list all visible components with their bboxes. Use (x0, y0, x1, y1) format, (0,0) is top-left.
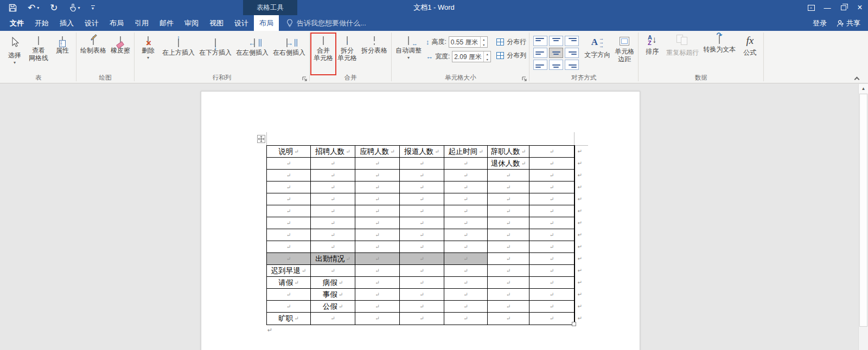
scrollbar-thumb[interactable] (859, 94, 867, 327)
tab-design[interactable]: 设计 (79, 15, 104, 31)
table-cell[interactable]: ↵ (355, 277, 400, 288)
height-input[interactable]: 0.55 厘米 ▴▾ (449, 36, 488, 48)
table-cell[interactable]: ↵ (267, 217, 311, 229)
table-cell[interactable]: ↵ (529, 217, 575, 229)
align-center-right-icon[interactable] (565, 48, 579, 58)
table-cell[interactable]: ↵ (311, 241, 355, 252)
table-cell[interactable]: ↵ (355, 229, 400, 241)
table-cell[interactable]: ↵ (400, 289, 444, 300)
table-cell[interactable]: ↵ (529, 193, 575, 205)
tab-references[interactable]: 引用 (129, 15, 154, 31)
table-cell[interactable]: ↵ (444, 253, 488, 264)
table-cell[interactable]: ↵ (355, 170, 400, 181)
table-cell[interactable]: ↵ (488, 170, 529, 181)
table-cell[interactable]: ↵ (400, 301, 444, 312)
table-cell[interactable]: ↵ (355, 289, 400, 300)
close-button[interactable]: × (852, 0, 868, 15)
table-cell[interactable]: ↵ (529, 289, 575, 300)
sort-button[interactable]: AZ↓ 排序 (640, 32, 664, 73)
table-cell[interactable]: ↵ (400, 182, 444, 193)
table-cell[interactable]: ↵ (400, 277, 444, 288)
table-cell[interactable]: ↵ (444, 241, 488, 252)
scrollbar-up-icon[interactable]: ▲ (859, 84, 868, 93)
table-cell[interactable]: 公假↵ (311, 301, 355, 312)
tab-insert[interactable]: 插入 (54, 15, 79, 31)
insert-right-button[interactable]: → 在右侧插入 (271, 32, 308, 73)
align-top-right-icon[interactable] (565, 36, 579, 46)
insert-below-button[interactable]: ↓ 在下方插入 (197, 32, 234, 73)
table-move-handle[interactable] (257, 135, 265, 143)
table-cell[interactable]: ↵ (529, 301, 575, 312)
table-cell[interactable]: ↵ (400, 217, 444, 229)
table-cell[interactable]: ↵ (488, 217, 529, 229)
table-cell[interactable]: ↵ (267, 301, 311, 312)
table-cell[interactable]: ↵ (529, 241, 575, 252)
table-cell[interactable]: 旷职↵ (267, 313, 311, 325)
align-bottom-center-icon[interactable] (549, 60, 563, 70)
autofit-button[interactable]: ↔ 自动调整 ▾ (393, 32, 424, 73)
table-cell[interactable]: ↵ (444, 193, 488, 205)
convert-to-text-button[interactable]: ↷ 转换为文本 (701, 32, 738, 73)
distribute-rows-button[interactable]: 分布行 (496, 37, 526, 47)
tab-mailings[interactable]: 邮件 (154, 15, 179, 31)
sign-in-link[interactable]: 登录 (813, 18, 827, 28)
table-cell[interactable]: ↵ (529, 277, 575, 288)
table-cell[interactable]: 报道人数↵ (400, 146, 444, 157)
table-cell[interactable]: ↵ (488, 229, 529, 241)
view-gridlines-button[interactable]: 查看 网格线 (27, 32, 50, 73)
table-cell[interactable]: ↵ (529, 182, 575, 193)
table-cell[interactable]: ↵ (444, 158, 488, 169)
table-cell[interactable]: ↵ (444, 205, 488, 217)
table-cell[interactable]: ↵ (444, 217, 488, 229)
table-cell[interactable]: ↵ (488, 301, 529, 312)
table-cell[interactable]: ↵ (267, 289, 311, 300)
table-cell[interactable]: ↵ (400, 158, 444, 169)
table-cell[interactable]: ↵ (444, 229, 488, 241)
table-cell[interactable]: ↵ (488, 182, 529, 193)
table-cell[interactable]: ↵ (311, 170, 355, 181)
table-cell[interactable]: ↵ (400, 205, 444, 217)
table-cell[interactable]: 请假↵ (267, 277, 311, 288)
table-cell[interactable]: ↵ (529, 313, 575, 325)
table-cell[interactable]: ↵ (400, 193, 444, 205)
table-cell[interactable]: 起止时间↵ (444, 146, 488, 157)
table-cell[interactable]: ↵ (400, 313, 444, 325)
table-cell[interactable]: 招聘人数↵ (311, 146, 355, 157)
tab-table-layout[interactable]: 布局 (254, 15, 279, 31)
table-cell[interactable]: ↵ (267, 229, 311, 241)
table-cell[interactable]: 事假↵ (311, 289, 355, 300)
dialog-launcher-icon[interactable] (302, 76, 308, 82)
table-cell[interactable]: ↵ (267, 158, 311, 169)
align-top-center-icon[interactable] (549, 36, 563, 46)
distribute-columns-button[interactable]: 分布列 (496, 51, 526, 60)
restore-button[interactable] (835, 0, 852, 15)
table-cell[interactable]: ↵ (444, 265, 488, 276)
table-resize-handle[interactable] (572, 322, 576, 326)
align-bottom-right-icon[interactable] (565, 60, 579, 70)
table-cell[interactable]: ↵ (444, 289, 488, 300)
table-cell[interactable]: ↵ (267, 205, 311, 217)
table-cell[interactable]: ↵ (488, 241, 529, 252)
table-cell[interactable]: ↵ (311, 205, 355, 217)
table-cell[interactable]: ↵ (444, 301, 488, 312)
table-cell[interactable]: ↵ (488, 253, 529, 264)
tab-file[interactable]: 文件 (4, 15, 29, 31)
table-cell[interactable]: ↵ (355, 182, 400, 193)
height-spinner[interactable]: ▴▾ (480, 37, 487, 47)
repeat-header-rows-button[interactable]: 重复标题行 (664, 32, 701, 73)
table-cell[interactable]: ↵ (355, 265, 400, 276)
table-cell[interactable]: ↵ (267, 182, 311, 193)
ribbon-display-options-button[interactable]: ^ (803, 0, 819, 15)
table-cell[interactable]: ↵ (444, 277, 488, 288)
table-cell[interactable]: ↵ (529, 229, 575, 241)
table-cell[interactable]: ↵ (311, 193, 355, 205)
table-cell[interactable]: ↵ (488, 277, 529, 288)
table-cell[interactable]: 病假↵ (311, 277, 355, 288)
customize-qat-button[interactable]: ▾ (91, 5, 95, 10)
table-cell[interactable]: ↵ (355, 193, 400, 205)
undo-button[interactable]: ↶▾ (28, 3, 39, 12)
table-cell[interactable]: ↵ (488, 193, 529, 205)
align-center-left-icon[interactable] (533, 48, 547, 58)
properties-button[interactable]: ≡≡ 属性 (50, 32, 74, 73)
text-direction-button[interactable]: A→→→ 文字方向 (582, 32, 612, 73)
